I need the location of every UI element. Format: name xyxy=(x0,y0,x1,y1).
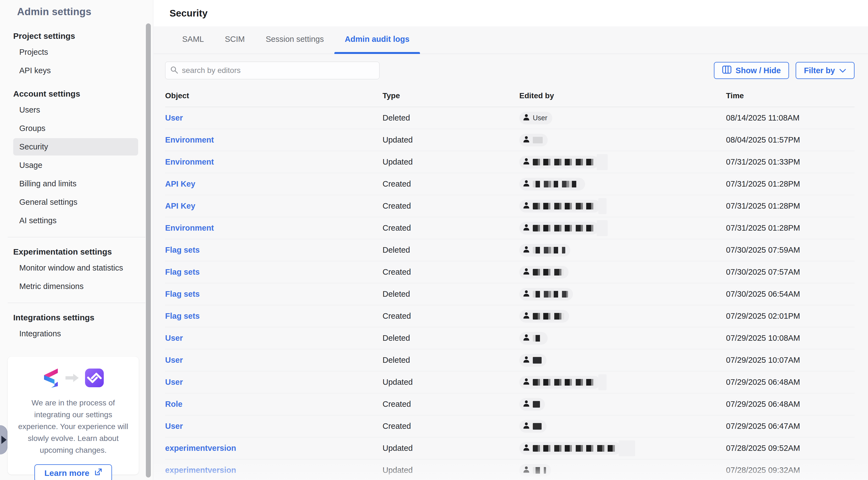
object-link-environment[interactable]: Environment xyxy=(165,136,382,145)
toolbar: Show / Hide Filter by xyxy=(165,62,855,79)
object-link-user[interactable]: User xyxy=(165,422,382,431)
object-link-environment[interactable]: Environment xyxy=(165,157,382,167)
table-row: RoleCreated07/29/2025 06:48AM xyxy=(165,393,855,415)
object-link-experimentversion[interactable]: experimentversion xyxy=(165,466,382,475)
sidebar-title: Admin settings xyxy=(17,6,91,18)
promo-text: We are in the process of integrating our… xyxy=(16,397,130,456)
sidebar-item-users[interactable]: Users xyxy=(13,101,138,119)
editor-pill xyxy=(519,178,585,190)
show-hide-label: Show / Hide xyxy=(736,66,781,75)
edited-by-cell xyxy=(519,354,726,367)
sidebar-item-ai-settings[interactable]: AI settings xyxy=(13,212,138,229)
sidebar-item-projects[interactable]: Projects xyxy=(13,43,138,61)
redacted-editor-name xyxy=(533,225,594,232)
object-link-role[interactable]: Role xyxy=(165,400,382,409)
search-icon xyxy=(170,65,179,76)
person-icon xyxy=(523,356,530,365)
sidebar-item-security[interactable]: Security xyxy=(13,138,138,155)
editor-pill xyxy=(519,420,547,433)
sidebar-section-header-experimentation-settings: Experimentation settings xyxy=(13,247,153,257)
sidebar-item-billing-and-limits[interactable]: Billing and limits xyxy=(13,175,138,192)
redacted-editor-name xyxy=(533,313,564,320)
object-link-experimentversion[interactable]: experimentversion xyxy=(165,444,382,453)
edited-by-cell xyxy=(519,134,726,146)
editor-pill xyxy=(519,288,573,301)
object-link-user[interactable]: User xyxy=(165,378,382,387)
sidebar-section: Project settingsProjectsAPI keys xyxy=(0,31,153,79)
tab-admin-audit-logs[interactable]: Admin audit logs xyxy=(334,35,420,54)
time-cell: 07/28/2025 09:32AM xyxy=(726,466,855,475)
table-header: Object Type Edited by Time xyxy=(165,85,855,107)
time-cell: 07/31/2025 01:28PM xyxy=(726,179,855,188)
main-area: Security SAMLSCIMSession settingsAdmin a… xyxy=(154,0,868,480)
object-link-api-key[interactable]: API Key xyxy=(165,179,382,188)
time-cell: 07/30/2025 07:57AM xyxy=(726,268,855,277)
sidebar-item-integrations[interactable]: Integrations xyxy=(13,325,138,342)
object-link-api-key[interactable]: API Key xyxy=(165,202,382,211)
person-icon xyxy=(523,378,530,387)
edited-by-cell xyxy=(519,310,726,323)
time-cell: 07/29/2025 10:08AM xyxy=(726,334,855,343)
editor-pill xyxy=(519,398,545,411)
object-link-flag-sets[interactable]: Flag sets xyxy=(165,268,382,277)
object-link-flag-sets[interactable]: Flag sets xyxy=(165,290,382,299)
search-box[interactable] xyxy=(165,62,379,79)
object-link-flag-sets[interactable]: Flag sets xyxy=(165,311,382,321)
type-cell: Updated xyxy=(382,466,519,475)
search-input[interactable] xyxy=(182,66,375,75)
sidebar-section-header-account-settings: Account settings xyxy=(13,89,153,98)
learn-more-button[interactable]: Learn more xyxy=(34,464,112,480)
person-icon xyxy=(523,179,530,189)
tab-session-settings[interactable]: Session settings xyxy=(255,35,334,54)
sidebar-collapse-handle[interactable] xyxy=(0,425,7,454)
sidebar-item-api-keys[interactable]: API keys xyxy=(13,62,138,79)
sidebar-nav: Project settingsProjectsAPI keysAccount … xyxy=(0,26,153,343)
type-cell: Deleted xyxy=(382,245,519,254)
blur-halo xyxy=(597,154,608,170)
object-link-environment[interactable]: Environment xyxy=(165,223,382,233)
redacted-editor-name xyxy=(533,291,568,298)
edited-by-cell xyxy=(519,398,726,411)
blur-halo xyxy=(619,440,635,456)
object-link-user[interactable]: User xyxy=(165,334,382,343)
time-cell: 07/29/2025 10:07AM xyxy=(726,356,855,365)
sidebar-item-usage[interactable]: Usage xyxy=(13,157,138,174)
sidebar-item-general-settings[interactable]: General settings xyxy=(13,193,138,211)
filter-by-button[interactable]: Filter by xyxy=(796,62,855,79)
type-cell: Updated xyxy=(382,378,519,387)
table-row: experimentversionUpdated07/28/2025 09:32… xyxy=(165,459,855,480)
type-cell: Created xyxy=(382,268,519,277)
redacted-editor-name xyxy=(533,203,595,209)
tab-saml[interactable]: SAML xyxy=(172,35,214,54)
person-icon xyxy=(523,202,530,211)
object-link-user[interactable]: User xyxy=(165,113,382,122)
time-cell: 07/29/2025 02:01PM xyxy=(726,311,855,321)
table-row: Flag setsDeleted07/30/2025 06:54AM xyxy=(165,283,855,305)
sidebar-item-groups[interactable]: Groups xyxy=(13,120,138,137)
promo-logos xyxy=(16,368,130,389)
sidebar-item-metric-dimensions[interactable]: Metric dimensions xyxy=(13,278,138,295)
show-hide-button[interactable]: Show / Hide xyxy=(714,62,789,79)
type-cell: Created xyxy=(382,202,519,211)
person-icon xyxy=(523,311,530,321)
promo-card: We are in the process of integrating our… xyxy=(8,357,139,475)
filter-by-label: Filter by xyxy=(804,66,835,75)
object-link-user[interactable]: User xyxy=(165,356,382,365)
editor-pill xyxy=(519,200,600,212)
table-row: EnvironmentUpdated07/31/2025 01:33PM xyxy=(165,151,855,173)
blur-halo xyxy=(597,220,608,236)
table-body: UserDeletedUser08/14/2025 11:08AMEnviron… xyxy=(165,107,855,480)
sidebar-item-monitor-window-and-statistics[interactable]: Monitor window and statistics xyxy=(13,259,138,277)
person-icon xyxy=(523,334,530,343)
editor-pill xyxy=(519,134,548,146)
editor-pill xyxy=(519,156,599,169)
sidebar-scrollbar[interactable] xyxy=(146,23,151,478)
person-icon xyxy=(523,444,530,453)
tab-scim[interactable]: SCIM xyxy=(214,35,255,54)
object-link-flag-sets[interactable]: Flag sets xyxy=(165,245,382,254)
column-header-time: Time xyxy=(726,91,855,100)
split-logo-icon xyxy=(42,368,59,389)
type-cell: Updated xyxy=(382,444,519,453)
sidebar-section: Experimentation settingsMonitor window a… xyxy=(0,237,153,295)
table-row: UserUpdated07/29/2025 06:48AM xyxy=(165,371,855,393)
